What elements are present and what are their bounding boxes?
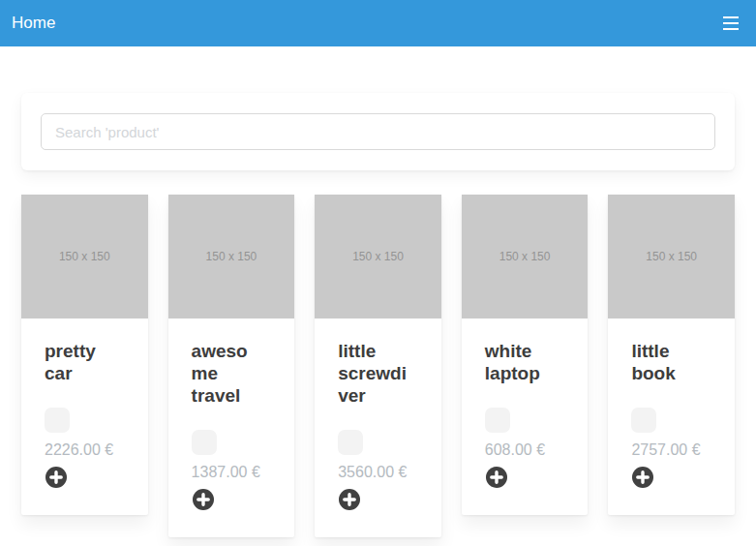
app-header: Home xyxy=(0,0,756,46)
home-link[interactable]: Home xyxy=(12,14,55,33)
product-image-placeholder: 150 x 150 xyxy=(21,195,148,318)
product-name: white laptop xyxy=(485,340,557,384)
search-panel xyxy=(21,93,735,170)
add-to-cart-button[interactable] xyxy=(45,466,68,489)
plus-circle-icon xyxy=(45,466,68,489)
menu-button[interactable] xyxy=(723,9,739,38)
product-grid: 150 x 150 pretty car 2226.00 € 150 x 150 xyxy=(21,195,735,537)
product-mini-thumb xyxy=(192,430,217,455)
product-mini-thumb xyxy=(45,408,70,433)
product-image-placeholder: 150 x 150 xyxy=(608,195,735,318)
product-card-body: little book 2757.00 € xyxy=(608,318,735,515)
add-to-cart-button[interactable] xyxy=(192,488,215,511)
product-card-body: white laptop 608.00 € xyxy=(462,318,589,515)
hamburger-icon xyxy=(723,16,739,30)
image-size-label: 150 x 150 xyxy=(646,250,697,263)
plus-circle-icon xyxy=(485,466,508,489)
product-name: awesome travel xyxy=(192,340,263,407)
product-card: 150 x 150 pretty car 2226.00 € xyxy=(21,195,148,515)
product-price: 3560.00 € xyxy=(338,463,418,482)
product-mini-thumb xyxy=(338,430,363,455)
image-size-label: 150 x 150 xyxy=(352,250,404,263)
product-card: 150 x 150 white laptop 608.00 € xyxy=(462,195,589,515)
plus-circle-icon xyxy=(192,488,215,511)
product-name: pretty car xyxy=(45,340,116,384)
product-name: little screwdiver xyxy=(338,340,409,407)
add-to-cart-button[interactable] xyxy=(338,488,361,511)
product-image-placeholder: 150 x 150 xyxy=(462,195,589,318)
product-card-body: pretty car 2226.00 € xyxy=(21,318,148,515)
plus-circle-icon xyxy=(631,466,654,489)
add-to-cart-button[interactable] xyxy=(485,466,508,489)
product-image-placeholder: 150 x 150 xyxy=(168,195,295,318)
product-card: 150 x 150 little screwdiver 3560.00 € xyxy=(315,195,441,537)
product-card: 150 x 150 little book 2757.00 € xyxy=(608,195,735,515)
product-price: 1387.00 € xyxy=(192,463,272,482)
main-content: 150 x 150 pretty car 2226.00 € 150 x 150 xyxy=(21,93,735,537)
product-card-body: little screwdiver 3560.00 € xyxy=(315,318,441,537)
plus-circle-icon xyxy=(338,488,361,511)
add-to-cart-button[interactable] xyxy=(631,466,654,489)
product-price: 2757.00 € xyxy=(631,440,711,460)
product-name: little book xyxy=(631,340,703,384)
product-card: 150 x 150 awesome travel 1387.00 € xyxy=(168,195,295,537)
search-input[interactable] xyxy=(41,113,715,150)
image-size-label: 150 x 150 xyxy=(59,250,110,263)
product-mini-thumb xyxy=(485,408,510,433)
product-card-body: awesome travel 1387.00 € xyxy=(168,318,295,537)
product-image-placeholder: 150 x 150 xyxy=(315,195,441,318)
product-price: 2226.00 € xyxy=(45,440,125,460)
product-price: 608.00 € xyxy=(485,440,565,460)
image-size-label: 150 x 150 xyxy=(499,250,551,263)
product-mini-thumb xyxy=(631,408,656,433)
image-size-label: 150 x 150 xyxy=(206,250,257,263)
